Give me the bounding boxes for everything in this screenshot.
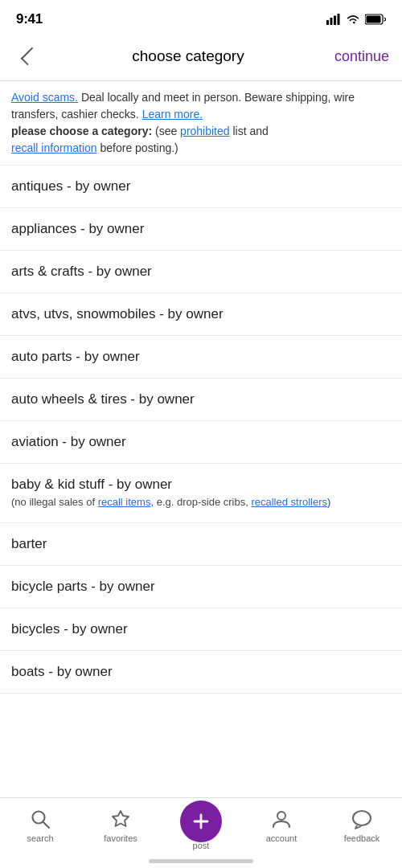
svg-point-12	[353, 811, 371, 825]
category-label: barter	[11, 536, 391, 552]
signal-icon	[326, 14, 341, 25]
post-button[interactable]	[180, 800, 222, 842]
battery-icon	[365, 14, 386, 25]
continue-button[interactable]: continue	[334, 48, 389, 65]
home-indicator	[149, 859, 253, 863]
back-button[interactable]	[13, 42, 42, 71]
recalled-strollers-link[interactable]: recalled strollers	[251, 496, 327, 508]
nav-post[interactable]: post	[177, 800, 225, 850]
favorites-label: favorites	[104, 833, 137, 843]
category-item[interactable]: auto wheels & tires - by owner	[0, 379, 402, 421]
recall-info-pre: list and	[230, 125, 269, 137]
recall-info-link[interactable]: recall information	[11, 141, 97, 154]
recall-items-link[interactable]: recall items	[98, 496, 151, 508]
category-item[interactable]: boats - by owner	[0, 651, 402, 694]
bottom-nav: search favorites post account	[0, 797, 402, 868]
nav-feedback[interactable]: feedback	[338, 808, 386, 843]
category-label: boats - by owner	[11, 664, 391, 680]
category-label: atvs, utvs, snowmobiles - by owner	[11, 306, 391, 322]
favorites-icon	[109, 808, 132, 830]
category-item[interactable]: aviation - by owner	[0, 421, 402, 464]
avoid-scams-link[interactable]: Avoid scams.	[11, 91, 78, 104]
category-item[interactable]: auto parts - by owner	[0, 336, 402, 379]
category-item[interactable]: barter	[0, 523, 402, 566]
recall-info-suffix: before posting.)	[97, 141, 178, 154]
category-note: (no illegal sales of recall items, e.g. …	[11, 495, 391, 510]
category-item[interactable]: antiques - by owner	[0, 166, 402, 208]
choose-category-bold: please choose a category:	[11, 125, 152, 137]
category-label: antiques - by owner	[11, 178, 391, 194]
category-label: bicycle parts - by owner	[11, 579, 391, 595]
category-list: antiques - by ownerappliances - by owner…	[0, 166, 402, 694]
search-label: search	[27, 833, 53, 843]
page-title: choose category	[132, 47, 244, 65]
category-label: bicycles - by owner	[11, 621, 391, 637]
category-label: baby & kid stuff - by owner	[11, 477, 391, 493]
category-item[interactable]: baby & kid stuff - by owner(no illegal s…	[0, 464, 402, 523]
nav-account[interactable]: account	[257, 808, 306, 843]
feedback-label: feedback	[344, 833, 380, 843]
header: choose category continue	[0, 35, 402, 81]
svg-point-11	[277, 812, 285, 820]
svg-rect-5	[367, 16, 381, 23]
svg-rect-3	[338, 14, 340, 25]
status-bar: 9:41	[0, 0, 402, 35]
nav-favorites[interactable]: favorites	[96, 808, 145, 843]
search-icon	[29, 808, 51, 830]
category-item[interactable]: bicycle parts - by owner	[0, 566, 402, 608]
wifi-icon	[346, 14, 360, 25]
back-chevron-icon	[21, 47, 39, 66]
category-label: arts & crafts - by owner	[11, 264, 391, 280]
svg-line-7	[43, 821, 50, 828]
svg-rect-1	[330, 18, 333, 25]
svg-rect-2	[334, 16, 336, 26]
category-label: auto wheels & tires - by owner	[11, 391, 391, 407]
category-item[interactable]: atvs, utvs, snowmobiles - by owner	[0, 293, 402, 336]
category-item[interactable]: arts & crafts - by owner	[0, 251, 402, 293]
feedback-icon	[351, 808, 373, 830]
status-time: 9:41	[16, 11, 43, 27]
prohibited-link[interactable]: prohibited	[180, 125, 230, 137]
category-label: aviation - by owner	[11, 434, 391, 450]
category-item[interactable]: appliances - by owner	[0, 208, 402, 251]
account-label: account	[266, 833, 297, 843]
svg-marker-8	[113, 811, 129, 826]
category-label: auto parts - by owner	[11, 349, 391, 365]
category-label: appliances - by owner	[11, 221, 391, 237]
post-label: post	[193, 841, 210, 850]
info-banner: Avoid scams. Deal locally and meet in pe…	[0, 81, 402, 166]
category-item[interactable]: bicycles - by owner	[0, 608, 402, 651]
learn-more-link[interactable]: Learn more.	[142, 108, 203, 121]
choose-category-desc: (see	[152, 125, 180, 137]
account-icon	[270, 808, 293, 830]
nav-search[interactable]: search	[16, 808, 64, 843]
status-icons	[326, 14, 386, 25]
svg-rect-0	[326, 20, 329, 25]
